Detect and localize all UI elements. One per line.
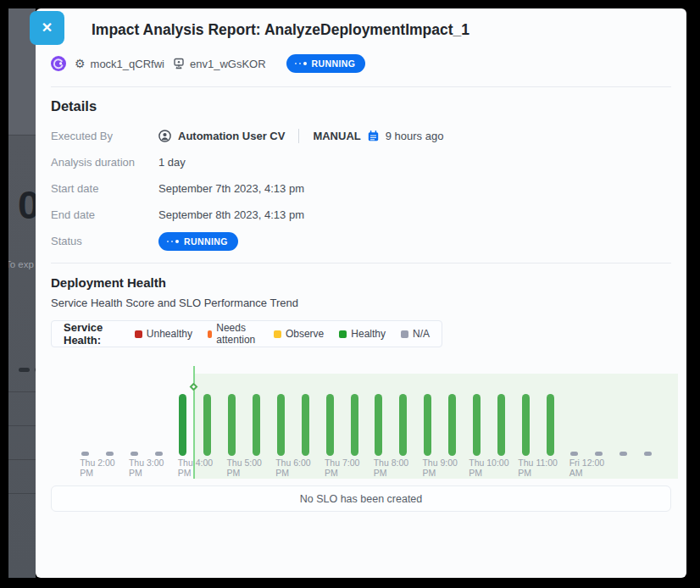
detail-row-status: Status RUNNING [51, 228, 671, 254]
legend-items: UnhealthyNeeds attentionObserveHealthyN/… [135, 322, 430, 346]
impact-analysis-modal: ✕ Impact Analysis Report: AnalyzeDeploym… [36, 8, 686, 578]
environment-icon [173, 58, 185, 69]
bar-slot [318, 394, 342, 456]
background-text-fragment: To exp [8, 259, 34, 269]
bar-slot [464, 394, 489, 456]
detail-value: September 8th 2023, 4:13 pm [158, 208, 304, 221]
x-axis-label: Thu 11:00PM [518, 458, 558, 478]
calendar-icon [368, 130, 379, 141]
health-score-bar [497, 394, 505, 456]
health-score-bar [424, 394, 431, 456]
x-axis-label: Thu 6:00PM [275, 458, 310, 478]
bar-slot [489, 394, 514, 456]
x-axis-label: Fri 12:00AM [569, 458, 604, 478]
x-axis-label: Thu 8:00PM [374, 458, 408, 478]
detail-value: 1 day [158, 156, 186, 169]
legend-swatch-icon [274, 330, 281, 338]
legend-swatch-icon [401, 330, 408, 338]
health-score-bar [547, 394, 554, 456]
service-chip: ⚙ mock1_qCRfwi [75, 58, 164, 70]
running-spinner-icon [171, 241, 173, 242]
health-score-bar [473, 394, 481, 456]
running-spinner-icon [295, 63, 297, 64]
deployment-health-subtitle: Service Health Score and SLO Performance… [51, 297, 671, 309]
srm-module-icon [51, 56, 66, 71]
legend-label: N/A [413, 328, 430, 340]
report-meta-row: ⚙ mock1_qCRfwi env1_wGsKOR RUNNING [51, 54, 671, 73]
health-score-bar [522, 394, 530, 456]
legend-label: Needs attention [216, 322, 258, 346]
background-divider [8, 459, 36, 460]
service-health-legend: Service Health: UnhealthyNeeds attention… [51, 320, 442, 347]
gear-icon: ⚙ [75, 58, 86, 69]
screen: 0 To exp ✕ Impact Analysis Report: Analy… [0, 0, 700, 588]
slo-empty-state: No SLO has been created [51, 485, 671, 512]
x-axis-label: Thu 9:00PM [422, 458, 457, 478]
status-badge-label: RUNNING [184, 236, 228, 247]
legend-title: Service Health: [64, 321, 119, 347]
detail-row-duration: Analysis duration 1 day [51, 149, 671, 175]
running-spinner-icon [303, 62, 307, 65]
section-divider [51, 263, 671, 263]
header-divider [51, 86, 671, 87]
bar-slot [342, 394, 367, 456]
health-score-bar [448, 394, 456, 456]
background-divider [8, 391, 36, 392]
legend-swatch-icon [135, 330, 142, 338]
x-axis-label: Thu 4:00PM [178, 458, 213, 478]
legend-label: Unhealthy [147, 328, 192, 340]
legend-swatch-icon [208, 330, 212, 338]
details-heading: Details [51, 98, 671, 114]
background-divider [8, 135, 36, 136]
legend-swatch-icon [339, 330, 347, 338]
x-axis-label: Thu 7:00PM [325, 458, 359, 478]
value-separator [298, 129, 299, 143]
x-axis-label: Thu 2:00PM [80, 458, 114, 478]
bar-slot [219, 394, 244, 456]
background-divider [8, 493, 36, 494]
background-bar-stub [19, 368, 30, 372]
legend-item: Needs attention [208, 322, 258, 346]
bar-slot [440, 394, 464, 456]
legend-item: Observe [274, 322, 324, 346]
bar-slot [269, 394, 293, 456]
bar-slot [367, 394, 392, 456]
health-score-bar [399, 394, 407, 456]
service-name: mock1_qCRfwi [91, 58, 164, 70]
detail-label: Status [51, 235, 158, 247]
page-title: Impact Analysis Report: AnalyzeDeploymen… [92, 21, 671, 39]
legend-item: N/A [401, 322, 430, 346]
deployment-health-chart: Thu 2:00PMThu 3:00PMThu 4:00PMThu 5:00PM… [51, 362, 671, 479]
health-score-bar [326, 394, 334, 456]
health-score-bar [179, 394, 186, 456]
health-score-bar [203, 394, 211, 456]
status-badge: RUNNING [286, 54, 366, 73]
modal-content: Impact Analysis Report: AnalyzeDeploymen… [36, 8, 686, 578]
detail-label: Executed By [51, 130, 158, 142]
detail-value: Automation User CV MANUAL 9 hours ago [158, 129, 443, 143]
executed-time-ago: 9 hours ago [386, 130, 444, 142]
health-score-bar [253, 394, 260, 456]
executed-by-user: Automation User CV [178, 130, 285, 142]
health-score-bar [228, 394, 236, 456]
x-axis-label: Thu 5:00PM [226, 458, 261, 478]
legend-item: Healthy [339, 322, 386, 346]
status-badge: RUNNING [158, 232, 238, 251]
running-spinner-icon [299, 63, 301, 64]
running-spinner-icon [175, 240, 179, 243]
bar-slot [391, 394, 415, 456]
status-badge-label: RUNNING [312, 58, 356, 69]
detail-row-end-date: End date September 8th 2023, 4:13 pm [51, 202, 671, 228]
trigger-type: MANUAL [313, 130, 360, 142]
health-score-bar [277, 394, 285, 456]
bar-slot [514, 394, 538, 456]
bar-slot [415, 394, 440, 456]
bar-slot [538, 394, 563, 456]
bar-slot [195, 394, 219, 456]
detail-label: End date [51, 208, 158, 221]
detail-value: September 7th 2023, 4:13 pm [158, 182, 304, 195]
background-divider [8, 425, 36, 426]
running-spinner-icon [167, 241, 169, 242]
modal-backdrop[interactable]: 0 To exp [8, 8, 36, 578]
background-metric-value: 0 [18, 181, 36, 228]
